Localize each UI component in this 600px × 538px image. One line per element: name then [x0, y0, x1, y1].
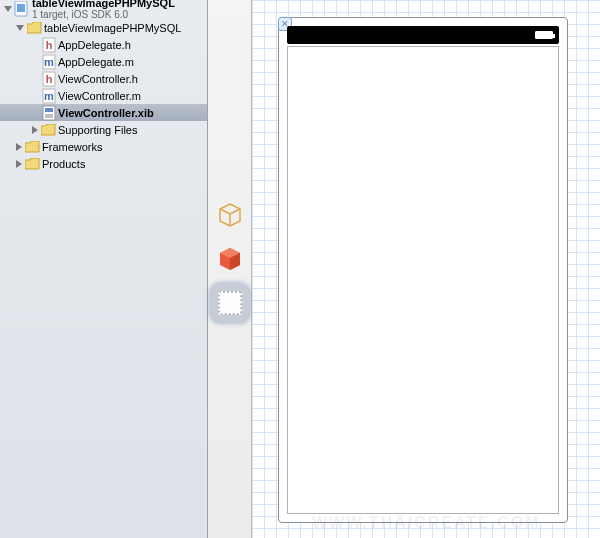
interface-builder-editor: ✕ WWW.THAICREATE.COM — [208, 0, 600, 538]
header-file-icon: h — [42, 71, 56, 87]
folder-products[interactable]: Products — [0, 155, 207, 172]
placeholder-first-responder[interactable] — [215, 244, 245, 274]
xib-file-icon — [42, 105, 56, 121]
simulated-status-bar — [287, 26, 559, 44]
svg-rect-13 — [219, 292, 241, 314]
file-row-appdelegate-h[interactable]: h AppDelegate.h — [0, 36, 207, 53]
folder-supporting-files[interactable]: Supporting Files — [0, 121, 207, 138]
file-row-appdelegate-m[interactable]: m AppDelegate.m — [0, 53, 207, 70]
svg-text:h: h — [46, 73, 53, 85]
group-folder[interactable]: tableViewImagePHPMySQL — [0, 19, 207, 36]
view-frame[interactable]: ✕ — [278, 17, 568, 523]
root-view[interactable] — [287, 46, 559, 514]
implementation-file-icon: m — [42, 54, 56, 70]
folder-frameworks[interactable]: Frameworks — [0, 138, 207, 155]
file-row-viewcontroller-h[interactable]: h ViewController.h — [0, 70, 207, 87]
folder-label: Supporting Files — [58, 124, 138, 136]
svg-rect-1 — [17, 4, 25, 12]
disclosure-triangle-icon[interactable] — [16, 160, 22, 168]
file-row-viewcontroller-m[interactable]: m ViewController.m — [0, 87, 207, 104]
folder-icon — [26, 20, 42, 36]
xcode-project-icon — [14, 1, 30, 17]
folder-icon — [24, 139, 40, 155]
file-label: ViewController.m — [58, 90, 141, 102]
project-subtitle: 1 target, iOS SDK 6.0 — [32, 9, 175, 20]
placeholder-files-owner[interactable] — [215, 200, 245, 230]
folder-label: Products — [42, 158, 85, 170]
battery-icon — [535, 31, 553, 39]
interface-builder-canvas[interactable]: ✕ WWW.THAICREATE.COM — [252, 0, 600, 538]
disclosure-triangle-icon[interactable] — [32, 126, 38, 134]
folder-label: Frameworks — [42, 141, 103, 153]
project-title: tableViewImagePHPMySQL — [32, 0, 175, 9]
file-label: ViewController.h — [58, 73, 138, 85]
project-root-row[interactable]: tableViewImagePHPMySQL 1 target, iOS SDK… — [0, 0, 207, 17]
svg-text:h: h — [46, 39, 53, 51]
folder-icon — [24, 156, 40, 172]
file-tree: tableViewImagePHPMySQL h AppDelegate.h m… — [0, 19, 207, 172]
document-outline-dock — [208, 0, 252, 538]
svg-text:m: m — [44, 90, 54, 102]
disclosure-triangle-icon[interactable] — [16, 143, 22, 151]
disclosure-triangle-icon[interactable] — [4, 6, 12, 12]
file-label: AppDelegate.h — [58, 39, 131, 51]
project-navigator[interactable]: tableViewImagePHPMySQL 1 target, iOS SDK… — [0, 0, 208, 538]
svg-rect-12 — [45, 114, 53, 118]
folder-icon — [40, 122, 56, 138]
file-label: ViewController.xib — [58, 107, 154, 119]
folder-label: tableViewImagePHPMySQL — [44, 22, 181, 34]
cube-solid-icon — [217, 246, 243, 272]
disclosure-triangle-icon[interactable] — [16, 25, 24, 31]
view-icon — [217, 290, 243, 316]
svg-rect-11 — [45, 108, 53, 112]
file-label: AppDelegate.m — [58, 56, 134, 68]
view-object[interactable] — [215, 288, 245, 318]
file-row-viewcontroller-xib[interactable]: ViewController.xib — [0, 104, 207, 121]
cube-wireframe-icon — [217, 202, 243, 228]
header-file-icon: h — [42, 37, 56, 53]
svg-text:m: m — [44, 56, 54, 68]
implementation-file-icon: m — [42, 88, 56, 104]
